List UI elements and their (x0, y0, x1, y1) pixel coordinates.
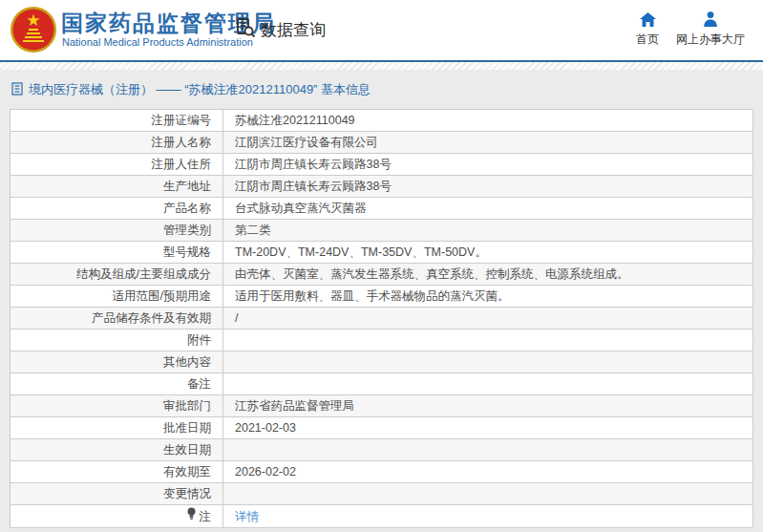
row-label: 注 (11, 505, 223, 527)
row-label: 注册证编号 (11, 110, 223, 131)
row-label: 生效日期 (11, 439, 223, 460)
national-emblem-logo (10, 5, 57, 58)
row-value: 苏械注准20212110049 (223, 110, 752, 131)
table-row: 注册人名称 江阴滨江医疗设备有限公司 (11, 132, 752, 154)
row-value: 第二类 (223, 220, 752, 241)
main-content: 境内医疗器械（注册） —— “苏械注准20212110049” 基本信息 注册证… (0, 70, 763, 528)
table-row: 产品储存条件及有效期 / (11, 308, 752, 330)
row-value (223, 373, 752, 394)
org-title-en: National Medical Products Administration (62, 36, 253, 48)
home-icon (626, 11, 668, 27)
row-value (223, 351, 752, 372)
table-row-note: 注 详情 (11, 505, 752, 527)
table-row: 结构及组成/主要组成成分 由壳体、灭菌室、蒸汽发生器系统、真空系统、控制系统、电… (11, 264, 752, 286)
row-value: 详情 (223, 505, 752, 527)
note-label: 注 (200, 506, 212, 527)
row-value: 由壳体、灭菌室、蒸汽发生器系统、真空系统、控制系统、电源系统组成。 (223, 264, 752, 285)
row-label: 型号规格 (11, 242, 223, 263)
table-row: 适用范围/预期用途 适用于医用敷料、器皿、手术器械物品的蒸汽灭菌。 (11, 286, 752, 308)
row-label: 产品储存条件及有效期 (11, 308, 223, 329)
page-title: 境内医疗器械（注册） —— “苏械注准20212110049” 基本信息 (29, 81, 371, 98)
table-row: 产品名称 台式脉动真空蒸汽灭菌器 (11, 198, 752, 220)
row-value: 江阴滨江医疗设备有限公司 (223, 132, 752, 153)
row-label: 审批部门 (11, 395, 223, 416)
row-label: 其他内容 (11, 351, 223, 372)
table-row: 生产地址 江阴市周庄镇长寿云顾路38号 (11, 176, 752, 198)
nav-item-online-service-hall[interactable]: 网上办事大厅 (672, 11, 749, 48)
row-value: 适用于医用敷料、器皿、手术器械物品的蒸汽灭菌。 (223, 286, 752, 307)
row-value (223, 483, 752, 504)
table-row: 注册证编号 苏械注准20212110049 (11, 110, 752, 132)
table-row: 注册人住所 江阴市周庄镇长寿云顾路38号 (11, 154, 752, 176)
row-value (223, 439, 752, 460)
table-row: 批准日期 2021-02-03 (11, 417, 752, 439)
table-row: 管理类别 第二类 (11, 220, 752, 242)
table-row: 审批部门 江苏省药品监督管理局 (11, 395, 752, 417)
registration-info-table: 注册证编号 苏械注准20212110049 注册人名称 江阴滨江医疗设备有限公司… (10, 109, 753, 528)
row-label: 产品名称 (11, 198, 223, 219)
row-value: TM-20DV、TM-24DV、TM-35DV、TM-50DV。 (223, 242, 752, 263)
row-label: 有效期至 (11, 461, 223, 482)
table-row: 备注 (11, 373, 752, 395)
row-label: 结构及组成/主要组成成分 (11, 264, 223, 285)
row-value (223, 330, 752, 351)
nav-hall-label: 网上办事大厅 (672, 32, 749, 48)
document-search-icon (234, 16, 257, 43)
table-row: 生效日期 (11, 439, 752, 461)
detail-link[interactable]: 详情 (235, 506, 259, 527)
data-query-label: 数据查询 (261, 19, 326, 41)
row-value: 江苏省药品监督管理局 (223, 395, 752, 416)
row-label: 备注 (11, 373, 223, 394)
document-icon (11, 82, 23, 98)
table-row: 有效期至 2026-02-02 (11, 461, 752, 483)
row-label: 变更情况 (11, 483, 223, 504)
site-header: 国家药品监督管理局 National Medical Products Admi… (0, 0, 763, 60)
row-label: 附件 (11, 330, 223, 351)
table-row: 型号规格 TM-20DV、TM-24DV、TM-35DV、TM-50DV。 (11, 242, 752, 264)
row-value: 2021-02-03 (223, 417, 752, 438)
row-value: 江阴市周庄镇长寿云顾路38号 (223, 176, 752, 197)
row-value: / (223, 308, 752, 329)
row-label: 适用范围/预期用途 (11, 286, 223, 307)
data-query-tab[interactable]: 数据查询 (234, 16, 326, 43)
row-value: 2026-02-02 (223, 461, 752, 482)
row-label: 注册人名称 (11, 132, 223, 153)
breadcrumb: 境内医疗器械（注册） —— “苏械注准20212110049” 基本信息 (11, 78, 763, 101)
person-icon (672, 11, 749, 27)
nav-home-label: 首页 (626, 32, 668, 48)
nav-item-home[interactable]: 首页 (626, 11, 668, 48)
table-row: 附件 (11, 330, 752, 351)
table-row: 变更情况 (11, 483, 752, 505)
lightbulb-icon (186, 506, 197, 527)
row-label: 批准日期 (11, 417, 223, 438)
row-value: 江阴市周庄镇长寿云顾路38号 (223, 154, 752, 175)
row-label: 管理类别 (11, 220, 223, 241)
decorative-stripe-band (0, 62, 763, 70)
row-label: 生产地址 (11, 176, 223, 197)
row-label: 注册人住所 (11, 154, 223, 175)
row-value: 台式脉动真空蒸汽灭菌器 (223, 198, 752, 219)
table-row: 其他内容 (11, 351, 752, 373)
